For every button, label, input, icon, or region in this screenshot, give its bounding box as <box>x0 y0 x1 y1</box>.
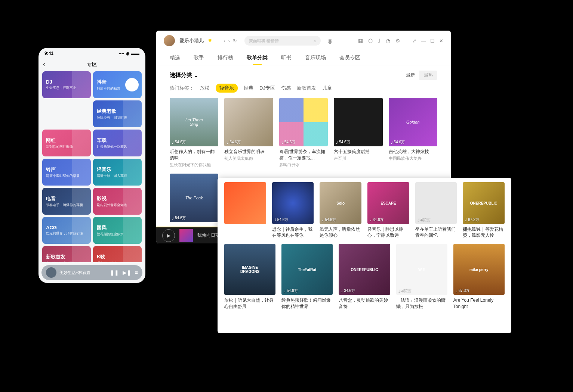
nav-tab[interactable]: 听书 <box>281 51 292 65</box>
nav-history: ‹ › ↻ <box>224 38 237 44</box>
play-count: ♩34.6万 <box>341 288 355 293</box>
headphone-icon: ♩ <box>398 289 400 293</box>
headphone-icon: ♩ <box>274 218 276 222</box>
playlist-subtitle: 别人笑我太疯癫 <box>224 156 273 161</box>
category-card[interactable]: 抖音抖出不同的精彩♪ <box>93 71 142 98</box>
category-card[interactable]: K歌唱出自己的世界 <box>93 246 142 262</box>
message-icon[interactable]: ◔ <box>386 38 390 44</box>
playlist-item[interactable]: ♩54.6万六十五摄氏度后摇卢百川 <box>334 98 382 168</box>
playlist-item[interactable]: ♩54.6万粤语|世界纷杂，车流拥挤，你一定要找…多喝白开水 <box>279 98 328 168</box>
play-button[interactable]: ▶ <box>162 229 175 242</box>
gear-icon[interactable]: ⚙ <box>395 38 400 44</box>
playlist-item[interactable]: ONEREPUBLIC♩67.3万拥抱孤独｜等爱花枯萎，孤影无人怜 <box>463 182 505 239</box>
tiktok-icon: ♪ <box>125 78 139 91</box>
refresh-icon[interactable]: ↻ <box>233 38 237 44</box>
play-count: ♩34.6万 <box>370 217 383 223</box>
playlist-item[interactable] <box>224 182 266 239</box>
playlist-title: 虽无人声，听后依然是你倾心 <box>320 226 361 239</box>
cat-image <box>72 130 91 156</box>
playlist-item[interactable]: The Peak♩54.6万 <box>170 174 218 225</box>
category-card[interactable]: 车载让音乐陪你一路顺风 <box>93 130 142 156</box>
category-dropdown[interactable]: 选择分类 ⌄ <box>170 72 198 79</box>
cat-image <box>72 246 91 262</box>
category-card[interactable]: 铃声清新小调叫醒你的早晨 <box>42 159 91 186</box>
search-icon[interactable]: ⌕ <box>314 38 316 43</box>
playlist-title: 思念｜往后余生，我在等风也在等你 <box>272 226 314 239</box>
forward-button[interactable]: › <box>228 38 230 44</box>
category-card[interactable]: 经典老歌聆听经典，回味时光 <box>93 100 142 127</box>
playlist-item[interactable]: W.E♩467万「法语」浪漫而柔软的慵懒，只为放松 <box>396 244 447 310</box>
sort-toggle: 最新最热 <box>401 71 437 80</box>
play-count: ♩54.6万 <box>281 140 295 145</box>
sort-option[interactable]: 最新 <box>401 71 419 80</box>
category-card[interactable]: ACG次元的世界，只有我们懂 <box>42 217 91 244</box>
headphone-icon[interactable]: ♩ <box>378 38 381 44</box>
category-card[interactable]: 国风兰花指捻红尘似水 <box>93 217 142 244</box>
playlist-item[interactable]: ♩54.6万思念｜往后余生，我在等风也在等你 <box>272 182 314 239</box>
playlist-item[interactable]: Solo♩54.6万虽无人声，听后依然是你倾心 <box>320 182 361 239</box>
playlist-item[interactable]: Let Them Sing♩54.6万听创作人的，别有一翻韵味生长在阳光下的你我… <box>170 98 218 168</box>
playlist-title: 轻音乐｜静思以静心，宁静以致远 <box>367 226 409 239</box>
playlist-item[interactable]: Golden♩54.6万吉他英雄，大神炫技中国民族伟大复兴 <box>389 98 437 168</box>
nav-tab[interactable]: 会员专区 <box>339 51 360 65</box>
playlist-item[interactable]: ESCAPE♩34.6万轻音乐｜静思以静心，宁静以致远 <box>367 182 409 239</box>
tag[interactable]: 经典 <box>244 85 253 91</box>
playlist-item[interactable]: IMAGINE DRAGONS放松｜听见大自然，让身心自由舒展 <box>224 244 275 310</box>
playlist-item[interactable]: ♩467万坐在单车上听着我们青春的回忆 <box>415 182 457 239</box>
titlebar: 爱乐小猫儿 ♥ ‹ › ↻ 蒙面唱将 猜猜猜 ⌕ ◉ ▦ ⬡ ♩ ◔ ⚙ ⤢ —… <box>156 31 451 51</box>
tag[interactable]: 放松 <box>200 85 210 91</box>
mini-mode-icon[interactable]: ⤢ <box>412 38 416 44</box>
playlist-cover: W.E♩467万 <box>396 244 447 295</box>
minimize-icon[interactable]: — <box>421 38 426 44</box>
playlist-item[interactable]: mike perry♩67.3万Are You Feel Lonely Toni… <box>453 244 505 310</box>
vip-icon: ♥ <box>208 37 212 44</box>
tag[interactable]: 轻音乐 <box>216 84 238 93</box>
category-card[interactable]: 轻音乐清澈宁静，渐入耳畔 <box>93 159 142 186</box>
cat-image <box>123 188 142 215</box>
tag[interactable]: 新歌首发 <box>297 85 316 91</box>
search-input[interactable]: 蒙面唱将 猜猜猜 ⌕ <box>244 36 321 46</box>
playlist-cover: IMAGINE DRAGONS <box>224 244 275 295</box>
playlist-item[interactable]: ♩54.6万独立音乐世界的明珠别人笑我太疯癫 <box>224 98 273 168</box>
category-card[interactable]: 电音节奏电子，嗨爆你的耳膜 <box>42 188 91 215</box>
close-icon[interactable]: ✕ <box>439 38 443 44</box>
play-count: ♩467万 <box>398 288 412 293</box>
playlist-item[interactable]: ONEREPUBLIC♩34.6万八音盒，灵动跳跃的美妙音符 <box>339 244 390 310</box>
playlist-subtitle: 生长在阳光下的你我他 <box>170 162 218 168</box>
headphone-icon: ♩ <box>172 140 174 144</box>
pause-icon[interactable]: ❚❚ <box>110 270 119 276</box>
tag[interactable]: 儿童 <box>322 85 332 91</box>
category-card[interactable]: 新歌首发这里有最全类别的新歌 <box>42 246 91 262</box>
nav-tab[interactable]: 歌单分类 <box>247 51 268 65</box>
tag[interactable]: DJ专区 <box>259 85 275 91</box>
grid-icon[interactable]: ▦ <box>358 38 363 44</box>
nav-tab[interactable]: 精选 <box>170 51 180 65</box>
shirt-icon[interactable]: ⬡ <box>368 38 373 44</box>
user-avatar[interactable] <box>164 35 175 46</box>
maximize-icon[interactable]: ☐ <box>430 38 435 44</box>
playlist-icon[interactable]: ≡ <box>135 270 138 276</box>
play-count: ♩54.6万 <box>227 140 240 145</box>
sort-option[interactable]: 最热 <box>419 71 437 80</box>
nav-tab[interactable]: 排行榜 <box>218 51 233 65</box>
tag[interactable]: 伤感 <box>281 85 291 91</box>
voice-icon[interactable]: ◉ <box>327 37 333 44</box>
now-playing-cover[interactable] <box>179 229 193 242</box>
back-button[interactable]: ‹ <box>224 38 225 44</box>
playlist-cover: Let Them Sing♩54.6万 <box>170 98 218 146</box>
category-card[interactable]: 网红甜到你的网红歌曲 <box>42 130 91 156</box>
next-icon[interactable]: ▶❚ <box>123 270 131 276</box>
category-card[interactable]: DJ生命不息，狂嗨不止 <box>42 71 91 98</box>
category-card[interactable]: 影视剧内剧外音乐全知道 <box>93 188 142 215</box>
playlist-cover: ONEREPUBLIC♩34.6万 <box>339 244 390 295</box>
playlist-item[interactable]: TheFatRat♩54.6万经典热辣好歌！瞬间燃爆你的精神世界 <box>281 244 333 310</box>
playlist-overlay: ♩54.6万思念｜往后余生，我在等风也在等你Solo♩54.6万虽无人声，听后依… <box>218 178 511 333</box>
username[interactable]: 爱乐小猫儿 <box>179 37 204 44</box>
nav-tab[interactable]: 歌手 <box>194 51 204 65</box>
phone-header: ‹ 专区 <box>38 59 145 71</box>
back-icon[interactable]: ‹ <box>43 60 50 68</box>
headphone-icon: ♩ <box>418 218 419 222</box>
mini-player[interactable]: 美妙生活~林宥嘉 ❚❚ ▶❚ ≡ <box>41 265 142 280</box>
headphone-icon: ♩ <box>281 140 283 144</box>
nav-tab[interactable]: 音乐现场 <box>305 51 326 65</box>
